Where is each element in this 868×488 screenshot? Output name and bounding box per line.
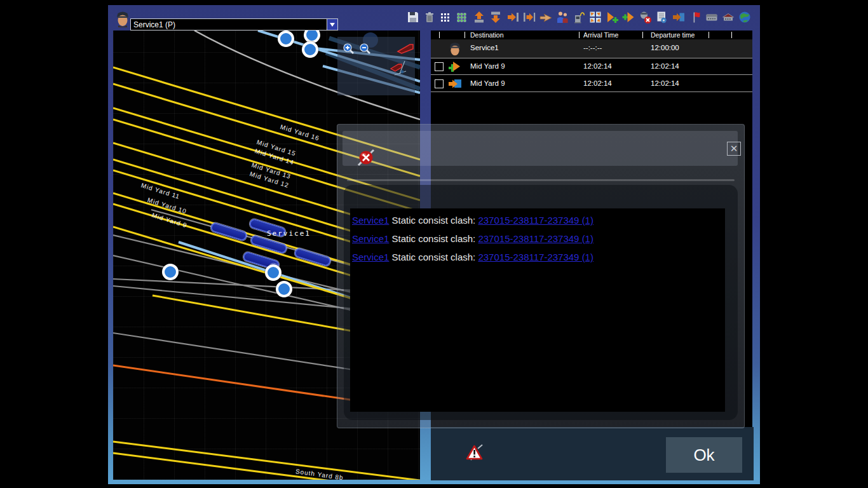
save-icon[interactable] [405, 9, 421, 25]
insert-between-icon[interactable] [522, 9, 537, 25]
cell-destination: Service1 [470, 44, 499, 51]
toolbar-buttons [405, 9, 752, 25]
cell-destination: Mid Yard 9 [470, 79, 505, 87]
col-departure: Departure time [651, 31, 695, 39]
signal-marker-icon[interactable] [396, 42, 415, 55]
dialog-divider [347, 179, 735, 181]
go-to-portal-icon[interactable] [671, 9, 686, 25]
error-dialog: ✕ Service1 Static consist clash: 237015-… [337, 124, 745, 428]
row-checkbox[interactable] [435, 62, 444, 71]
error-line: Service1 Static consist clash: 237015-23… [352, 232, 725, 245]
service-link[interactable]: Service1 [352, 215, 389, 226]
map-marker[interactable] [265, 264, 281, 281]
remove-driver-icon[interactable] [637, 9, 653, 25]
schedule-row[interactable]: Mid Yard 9 12:02:14 12:02:14 [431, 58, 752, 75]
console-icon[interactable] [704, 9, 719, 25]
close-icon[interactable]: ✕ [727, 142, 741, 156]
driver-icon [447, 41, 463, 57]
dropdown-arrow-icon[interactable] [327, 19, 337, 30]
flag-icon[interactable] [688, 9, 703, 25]
error-line: Service1 Static consist clash: 237015-23… [352, 214, 725, 227]
zoom-out-icon[interactable] [358, 42, 372, 56]
add-service-front-icon[interactable] [604, 9, 620, 25]
grid-view-active-icon[interactable] [455, 9, 470, 25]
move-down-icon[interactable] [488, 9, 503, 25]
platform-icon[interactable] [721, 9, 736, 25]
map-service-label: Service1 [267, 229, 311, 238]
portal-icon [447, 76, 463, 92]
cell-departure: 12:00:00 [651, 44, 679, 51]
col-arrival: Arrival Time [583, 31, 618, 39]
cell-departure: 12:02:14 [651, 62, 679, 70]
warning-icon [466, 444, 484, 461]
refuel-icon[interactable] [571, 9, 587, 25]
service-link[interactable]: Service1 [352, 233, 389, 244]
cell-destination: Mid Yard 9 [470, 62, 505, 70]
map-controls-panel [337, 37, 415, 95]
move-up-icon[interactable] [471, 9, 487, 25]
service-selector-value: Service1 (P) [131, 20, 327, 29]
world-icon[interactable] [737, 9, 752, 25]
add-service-rear-icon[interactable] [621, 9, 636, 25]
service-link[interactable]: Service1 [352, 252, 389, 262]
consist-link[interactable]: 237015-238117-237349 (1) [478, 233, 593, 244]
consist-link[interactable]: 237015-238117-237349 (1) [478, 215, 593, 226]
center-view-icon[interactable] [588, 9, 603, 25]
error-list: Service1 Static consist clash: 237015-23… [350, 208, 725, 412]
error-line: Service1 Static consist clash: 237015-23… [352, 250, 725, 264]
cell-arrival: 12:02:14 [583, 79, 612, 87]
select-pointer-icon[interactable] [538, 9, 553, 25]
schedule-header: Destination Arrival Time Departure time [431, 30, 752, 39]
service-selector[interactable]: Service1 (P) [130, 18, 338, 30]
grid-view-icon[interactable] [438, 9, 454, 25]
zoom-in-icon[interactable] [342, 42, 356, 56]
schedule-row[interactable]: Mid Yard 9 12:02:14 12:02:14 [431, 75, 752, 92]
map-marker[interactable] [162, 264, 179, 280]
consist-link[interactable]: 237015-238117-237349 (1) [478, 252, 593, 262]
passengers-icon[interactable] [555, 9, 570, 25]
compass-marker-icon[interactable] [390, 60, 411, 78]
map-marker[interactable] [302, 41, 318, 58]
driver-avatar-icon [116, 10, 130, 27]
error-message: Static consist clash: [389, 215, 478, 226]
ok-button[interactable]: Ok [666, 437, 742, 473]
cell-departure: 12:02:14 [651, 79, 679, 87]
screen: Service1 (P) [0, 0, 868, 488]
add-service-icon [447, 59, 463, 74]
delete-icon[interactable] [422, 9, 437, 25]
col-destination: Destination [470, 31, 504, 39]
error-icon [355, 147, 377, 168]
service-properties-icon[interactable] [654, 9, 669, 25]
insert-after-icon[interactable] [505, 9, 520, 25]
toolbar: Service1 (P) [108, 5, 760, 30]
error-message: Static consist clash: [389, 252, 478, 262]
row-checkbox[interactable] [435, 79, 444, 88]
error-message: Static consist clash: [389, 233, 478, 244]
map-marker[interactable] [278, 30, 294, 47]
map-marker[interactable] [276, 281, 292, 297]
cell-arrival: --:--:-- [583, 44, 602, 51]
dialog-header: ✕ [342, 131, 738, 166]
schedule-row[interactable]: Service1 --:--:-- 12:00:00 [431, 39, 752, 58]
dialog-footer: Ok [431, 427, 754, 480]
cell-arrival: 12:02:14 [583, 62, 612, 70]
app-window: Service1 (P) [108, 5, 760, 484]
